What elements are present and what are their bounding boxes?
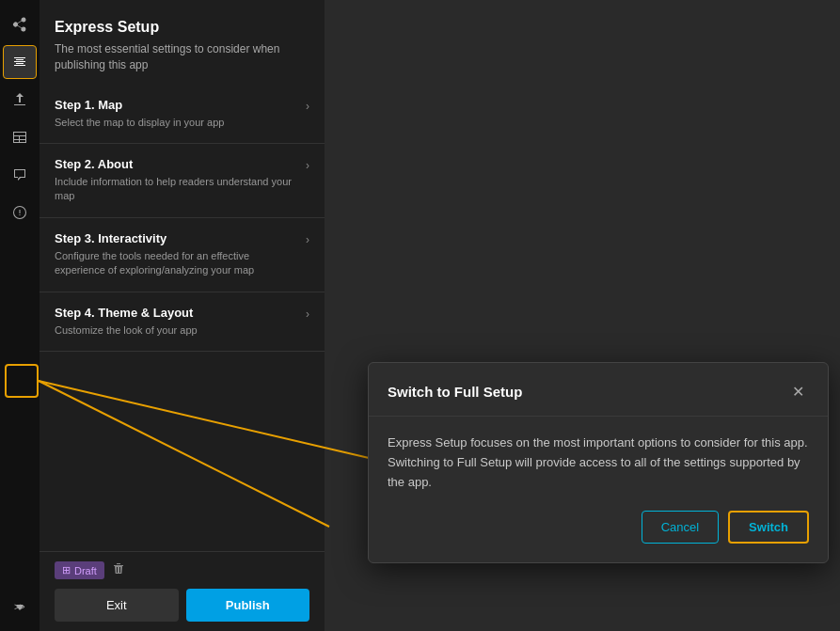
step-desc: Include information to help readers unde… (55, 175, 298, 204)
table-icon[interactable] (3, 120, 37, 154)
step-desc: Configure the tools needed for an effect… (55, 249, 298, 278)
modal-title: Switch to Full Setup (388, 384, 522, 400)
more-icon[interactable]: >> (3, 590, 37, 623)
step-item[interactable]: Step 3. Interactivity Configure the tool… (40, 218, 325, 292)
step-text: Step 2. About Include information to hel… (55, 157, 298, 204)
draft-icon: ⊞ (62, 564, 71, 576)
step-title: Step 2. About (55, 157, 298, 171)
chevron-icon: › (306, 233, 309, 246)
step-item[interactable]: Step 4. Theme & Layout Customize the loo… (40, 292, 325, 352)
close-icon: ✕ (792, 383, 804, 401)
footer-buttons: Exit Publish (55, 589, 309, 622)
modal-close-button[interactable]: ✕ (786, 380, 809, 402)
exit-button[interactable]: Exit (55, 589, 179, 622)
modal-body: Express Setup focuses on the most import… (369, 417, 828, 562)
panel-title: Express Setup (55, 19, 309, 36)
comment-icon[interactable] (3, 158, 37, 192)
modal-body-text: Express Setup focuses on the most import… (388, 434, 809, 492)
steps-list: Step 1. Map Select the map to display in… (40, 85, 325, 551)
step-text: Step 1. Map Select the map to display in… (55, 98, 298, 130)
publish-button[interactable]: Publish (186, 589, 310, 622)
step-desc: Customize the look of your app (55, 323, 298, 338)
step-text: Step 3. Interactivity Configure the tool… (55, 231, 298, 278)
switch-button[interactable]: Switch (728, 511, 809, 544)
modal-buttons: Cancel Switch (388, 511, 809, 544)
chevron-icon: › (306, 308, 309, 321)
chevron-icon: › (306, 159, 309, 172)
alert-icon[interactable] (3, 196, 37, 229)
share-icon[interactable] (3, 8, 37, 41)
step-title: Step 1. Map (55, 98, 298, 112)
cancel-button[interactable]: Cancel (642, 511, 719, 544)
step-item[interactable]: Step 2. About Include information to hel… (40, 144, 325, 218)
panel-header: Express Setup The most essential setting… (40, 0, 325, 85)
draft-badge: ⊞ Draft (55, 561, 104, 579)
step-text: Step 4. Theme & Layout Customize the loo… (55, 306, 298, 338)
panel-subtitle: The most essential settings to consider … (55, 41, 309, 73)
step-title: Step 3. Interactivity (55, 231, 298, 245)
setup-icon[interactable] (3, 45, 37, 79)
switch-modal[interactable]: Switch to Full Setup ✕ Express Setup foc… (368, 362, 829, 563)
modal-header: Switch to Full Setup ✕ (369, 363, 828, 417)
draft-label: Draft (74, 565, 97, 576)
step-item[interactable]: Step 1. Map Select the map to display in… (40, 85, 325, 144)
step-title: Step 4. Theme & Layout (55, 306, 298, 320)
footer-actions: ⊞ Draft (55, 561, 309, 579)
chevron-icon: › (306, 100, 309, 113)
export-icon[interactable] (3, 83, 37, 117)
icon-rail: >> (0, 0, 40, 631)
step-desc: Select the map to display in your app (55, 116, 298, 130)
express-setup-panel: Express Setup The most essential setting… (40, 0, 325, 631)
svg-text:>>: >> (14, 602, 25, 612)
panel-footer: ⊞ Draft Exit Publish (40, 551, 325, 631)
trash-icon[interactable] (112, 562, 125, 578)
